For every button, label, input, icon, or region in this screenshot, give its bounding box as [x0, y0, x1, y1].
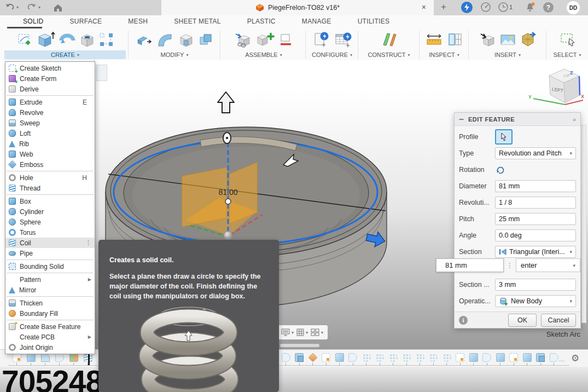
timeline-feature-pattern[interactable]: [442, 353, 451, 366]
home-icon[interactable]: [53, 2, 63, 13]
canvas-image-icon[interactable]: [499, 31, 516, 48]
extensions-bolt-icon[interactable]: [461, 2, 473, 13]
history-clock-icon[interactable]: [498, 2, 509, 13]
configure-document-icon[interactable]: [311, 30, 330, 49]
menu-item-pipe[interactable]: Pipe: [5, 248, 95, 258]
menu-item-web[interactable]: Web: [5, 149, 95, 159]
select-icon[interactable]: [559, 31, 576, 48]
timeline-feature-extrude[interactable]: [335, 353, 344, 366]
tab-mesh[interactable]: MESH: [115, 15, 161, 28]
rectangular-pattern-icon[interactable]: [99, 32, 114, 47]
timeline-feature-extrude[interactable]: [469, 353, 478, 366]
insert-dropdown[interactable]: INSERT▾: [470, 50, 545, 59]
operation-select[interactable]: New Body▾: [495, 295, 576, 307]
drag-handle-icon[interactable]: ⋮: [504, 262, 516, 269]
menu-item-sphere[interactable]: Sphere: [5, 217, 95, 227]
timeline-feature-extrude[interactable]: [496, 353, 505, 366]
menu-item-hole[interactable]: HoleH: [5, 172, 95, 183]
timeline-feature-revolve[interactable]: [549, 353, 558, 366]
menu-item-joint-origin[interactable]: Joint Origin: [5, 342, 95, 353]
shell-icon[interactable]: [178, 32, 194, 48]
pitch-input[interactable]: 25 mm: [495, 213, 576, 225]
avatar[interactable]: DD: [567, 1, 580, 14]
timeline-feature-revolve[interactable]: [281, 353, 290, 366]
tab-sheet-metal[interactable]: SHEET METAL: [161, 15, 234, 28]
construct-dropdown[interactable]: CONSTRUCT▾: [360, 50, 418, 59]
configure-dropdown[interactable]: CONFIGURE▾: [307, 50, 357, 59]
dialog-scrollbar[interactable]: [581, 125, 586, 323]
modify-dropdown[interactable]: MODIFY▾: [131, 50, 218, 59]
gear-icon[interactable]: ⚙: [571, 353, 579, 364]
menu-item-cylinder[interactable]: Cylinder: [5, 206, 95, 217]
close-tab-icon[interactable]: ×: [422, 3, 426, 11]
menu-item-create-base-feature[interactable]: Create Base Feature: [5, 321, 95, 332]
joint-icon[interactable]: [255, 30, 275, 50]
grid-snap-button[interactable]: ▾: [296, 328, 308, 337]
menu-item-torus[interactable]: Torus: [5, 227, 95, 238]
menu-item-create-pcb[interactable]: Create PCB▶: [5, 332, 95, 342]
create-sketch-icon[interactable]: [17, 32, 32, 47]
menu-item-emboss[interactable]: Emboss: [5, 159, 95, 170]
timeline-feature-sketch[interactable]: [456, 353, 465, 366]
revolve-icon[interactable]: [59, 31, 75, 48]
type-select[interactable]: Revolution and Pitch▾: [495, 147, 576, 159]
redo-icon[interactable]: [26, 2, 37, 13]
diameter-input[interactable]: 81 mm: [495, 180, 576, 192]
add-tab-icon[interactable]: +: [441, 2, 446, 13]
fillet-icon[interactable]: [155, 30, 175, 50]
notifications-bell-icon[interactable]: [525, 2, 536, 13]
construct-plane-icon[interactable]: [379, 30, 399, 49]
tab-surface[interactable]: SURFACE: [57, 15, 115, 28]
select-dropdown[interactable]: SELECT▾: [547, 50, 587, 59]
timeline-feature-sketch[interactable]: [509, 353, 519, 366]
info-icon[interactable]: i: [459, 316, 468, 325]
redo-caret-icon[interactable]: ▾: [38, 5, 40, 10]
timeline-feature-pattern[interactable]: [388, 353, 398, 366]
mcmaster-icon[interactable]: [520, 31, 537, 48]
tab-manage[interactable]: MANAGE: [289, 15, 345, 28]
timeline-feature-pattern[interactable]: [375, 353, 385, 366]
angle-input[interactable]: 0.0 deg: [495, 229, 576, 241]
origin-point-handle[interactable]: [224, 231, 232, 240]
extrude-icon[interactable]: [35, 30, 55, 50]
height-arrow-manipulator[interactable]: [218, 92, 234, 113]
dimension-value-input[interactable]: 81 mm: [436, 258, 504, 272]
new-component-icon[interactable]: [235, 31, 252, 48]
menu-item-extrude[interactable]: ExtrudeE: [5, 97, 95, 107]
timeline-feature-combine[interactable]: [295, 353, 304, 366]
hole-icon[interactable]: [79, 31, 96, 48]
timeline-feature-combine[interactable]: [536, 353, 545, 366]
cancel-button[interactable]: Cancel: [541, 314, 576, 327]
inspect-dropdown[interactable]: INSPECT▾: [421, 50, 467, 59]
measure-icon[interactable]: [425, 31, 443, 49]
menu-item-pattern[interactable]: Pattern▶: [5, 274, 95, 285]
axis-handle[interactable]: [225, 199, 231, 204]
menu-item-sweep[interactable]: Sweep: [5, 118, 95, 128]
viewports-button[interactable]: ▾: [310, 328, 323, 337]
menu-item-revolve[interactable]: Revolve: [5, 107, 95, 118]
timeline-feature-pattern[interactable]: [402, 353, 411, 366]
ok-button[interactable]: OK: [508, 314, 537, 327]
timeline-feature-sketch[interactable]: [322, 353, 331, 366]
revolutions-input[interactable]: 1 / 8: [495, 197, 576, 209]
assemble-dropdown[interactable]: ASSEMBLE▾: [223, 50, 304, 59]
menu-item-loft[interactable]: Loft: [5, 128, 95, 139]
menu-item-derive[interactable]: Derive: [5, 84, 95, 94]
menu-item-mirror[interactable]: Mirror: [5, 285, 95, 295]
section-select[interactable]: Triangular (Interi...▾: [495, 246, 576, 258]
undo-icon[interactable]: [4, 2, 15, 13]
section-size-input[interactable]: 3 mm: [495, 279, 576, 291]
rotation-direction-icon[interactable]: [495, 165, 505, 175]
viewcube[interactable]: TOP LEFT Y X Z: [528, 69, 584, 105]
menu-item-create-form[interactable]: Create Form: [5, 73, 95, 84]
help-icon[interactable]: ?: [543, 2, 554, 13]
menu-item-coil[interactable]: Coil⋮: [5, 238, 95, 248]
tab-utilities[interactable]: UTILITIES: [345, 15, 403, 28]
insert-mesh-icon[interactable]: [479, 31, 496, 48]
menu-item-thicken[interactable]: Thicken: [5, 298, 95, 308]
timeline-feature-extrude[interactable]: [522, 353, 532, 366]
menu-item-create-sketch[interactable]: Create Sketch: [5, 63, 95, 73]
menu-item-boundary-fill[interactable]: Boundary Fill: [5, 308, 95, 319]
timeline-feature-revolve[interactable]: [482, 353, 492, 366]
timeline-feature-appearance[interactable]: [308, 353, 317, 366]
